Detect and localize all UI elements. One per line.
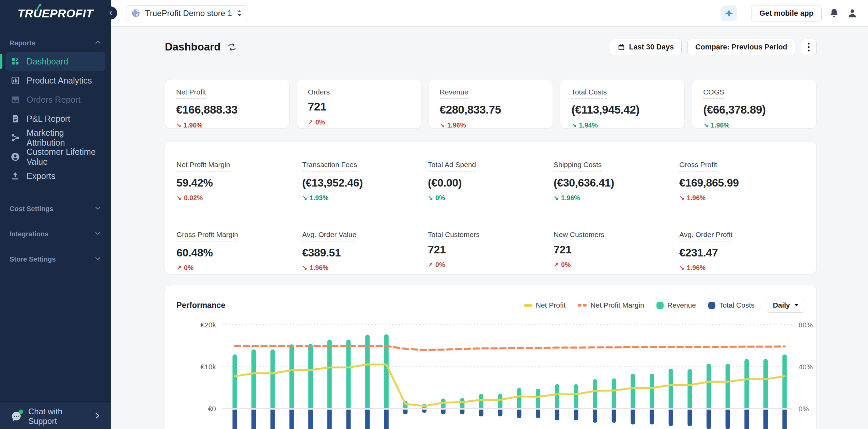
user-icon [847,8,858,19]
trend-arrow-icon: ↘ [679,194,684,202]
metric-label: Shipping Costs [554,161,602,172]
sidebar-item-label: Marketing Attribution [27,128,100,148]
compare-button[interactable]: Compare: Previous Period [687,39,795,55]
kpi-delta: ↘1.96% [176,121,278,129]
trend-arrow-icon: ↘ [679,264,684,272]
legend-label: Net Profit [536,301,566,309]
updown-icon [237,10,242,17]
trend-arrow-icon: ↘ [440,122,445,129]
sidebar-group-reports[interactable]: Reports [5,34,105,52]
sidebar-item-label: Exports [27,171,56,181]
trend-arrow-icon: ↘ [302,194,307,202]
sidebar-item-marketing-attribution[interactable]: Marketing Attribution [5,128,105,147]
attribution-network-icon [11,133,20,143]
sidebar-group-integrations[interactable]: Integrations [5,225,105,243]
topbar-divider [744,8,744,19]
sidebar: TRUEPROFIT Reports Dashboard Product Ana… [0,0,111,429]
main-content: Dashboard Last 30 Days Compare: Previous… [111,27,868,429]
legend-revenue[interactable]: Revenue [656,301,696,309]
sidebar-item-label: Customer Lifetime Value [27,147,100,167]
metric-label: New Customers [554,231,604,238]
net-profit-swatch [524,304,532,307]
sidebar-group-store-settings[interactable]: Store Settings [5,250,105,268]
caret-down-icon [794,304,799,307]
legend-total-costs[interactable]: Total Costs [708,301,755,309]
kpi-card-net-profit: Net Profit €166,888.33 ↘1.96% [165,79,290,129]
kpi-value: 721 [308,100,410,113]
more-options-button[interactable] [801,39,817,55]
granularity-select[interactable]: Daily [767,298,805,313]
metric-label: Avg. Order Value [302,231,356,241]
get-mobile-app-button[interactable]: Get mobile app [751,5,822,21]
sidebar-collapse-button[interactable] [104,6,117,19]
kpi-row: Net Profit €166,888.33 ↘1.96% Orders 721… [165,79,817,129]
metric-delta: ↘0% [428,194,554,202]
legend-net-profit-margin[interactable]: Net Profit Margin [578,301,644,309]
sidebar-item-label: Product Analytics [27,76,92,86]
sidebar-item-label: P&L Report [27,114,70,124]
kpi-card-orders: Orders 721 ↗0% [297,79,421,129]
chat-label: Chat with Support [28,407,89,426]
trend-arrow-icon: ↘ [176,194,182,202]
kpi-value: (€66,378.89) [703,103,805,116]
trend-arrow-icon: ↘ [428,194,433,202]
granularity-label: Daily [773,301,790,309]
logo-arrow-icon [35,3,44,13]
sidebar-nav: Reports Dashboard Product Analytics [0,27,111,403]
notifications-button[interactable] [828,8,840,19]
metric-net-profit-margin: Net Profit Margin 59.42% ↘0.02% [176,161,302,204]
store-selector[interactable]: TrueProfit Demo store 1 [126,5,248,21]
group-label: Integrations [10,230,48,238]
kpi-delta: ↘1.94% [571,121,673,129]
group-label: Store Settings [10,255,56,263]
metric-delta: ↘1.93% [302,194,428,202]
metric-total-customers: Total Customers 721 ↗0% [428,231,554,274]
metric-value: 60.48% [176,247,302,259]
sidebar-item-dashboard[interactable]: Dashboard [5,52,105,71]
chat-with-support[interactable]: Chat with Support [0,403,111,429]
store-selector-label: TrueProfit Demo store 1 [145,9,232,18]
legend-net-profit[interactable]: Net Profit [524,301,566,309]
online-dot [19,410,23,414]
legend-label: Revenue [667,301,696,309]
performance-title: Performance [176,301,524,310]
metric-delta: ↘1.96% [679,264,805,272]
sidebar-item-product-analytics[interactable]: Product Analytics [5,71,105,90]
kpi-delta: ↗0% [308,118,410,126]
metric-label: Total Ad Spend [428,161,476,172]
trend-arrow-icon: ↗ [308,119,313,126]
total-costs-swatch [708,302,715,309]
metric-label: Net Profit Margin [176,161,230,172]
sidebar-item-label: Dashboard [27,57,68,66]
chevron-down-icon [94,230,101,238]
metric-delta: ↘1.96% [679,194,805,202]
metric-label: Avg. Order Profit [679,231,732,241]
sidebar-group-cost-settings[interactable]: Cost Settings [5,200,105,218]
refresh-swap-icon[interactable] [227,42,237,52]
sidebar-item-pnl-report[interactable]: P&L Report [5,109,105,128]
bar-chart-icon [11,76,20,85]
kpi-value: €280,833.75 [440,103,542,116]
metric-value: €169,865.99 [679,177,805,189]
account-button[interactable] [847,8,858,19]
legend-label: Total Costs [719,301,755,309]
trend-arrow-icon: ↘ [571,122,576,129]
metric-value: €389.51 [302,247,428,259]
metric-value: 721 [428,243,554,256]
sidebar-item-orders-report[interactable]: Orders Report [5,90,105,109]
inbox-icon [11,95,20,104]
metric-label: Gross Profit [679,161,717,172]
kpi-delta: ↘1.96% [440,121,542,129]
header-actions: Last 30 Days Compare: Previous Period [610,39,817,55]
performance-card: Performance Net Profit Net Profit Margin… [165,285,817,429]
metric-value: 721 [554,243,679,256]
topbar: TrueProfit Demo store 1 Get mobile app [111,0,868,27]
date-range-button[interactable]: Last 30 Days [610,39,682,55]
trend-arrow-icon: ↗ [554,261,559,269]
svg-text:80%: 80% [799,321,813,329]
kpi-card-total-costs: Total Costs (€113,945.42) ↘1.94% [560,79,685,129]
sidebar-item-customer-lifetime-value[interactable]: Customer Lifetime Value [5,147,105,166]
sidebar-item-exports[interactable]: Exports [5,166,105,186]
svg-text:€20k: €20k [200,321,216,329]
ai-assistant-button[interactable] [721,5,737,21]
